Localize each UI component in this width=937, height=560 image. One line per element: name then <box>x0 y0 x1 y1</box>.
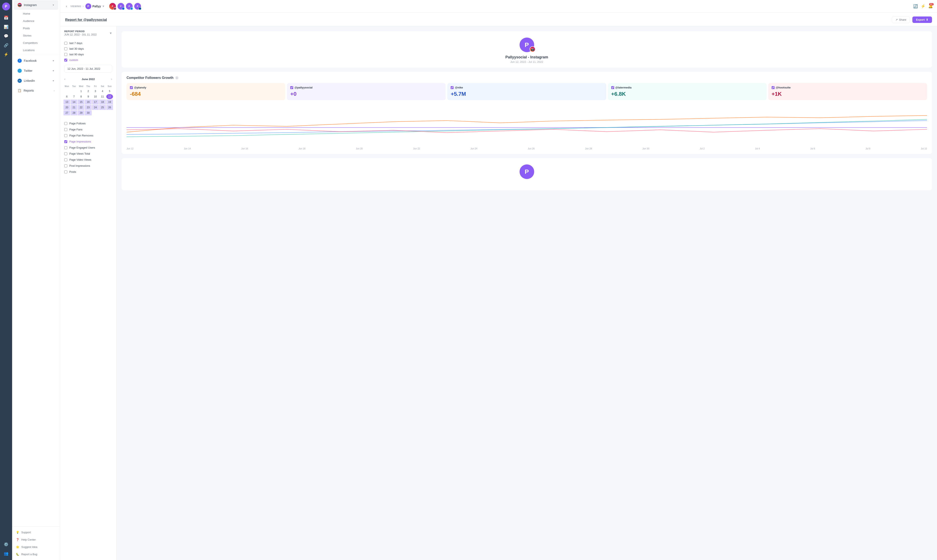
posts-checkbox[interactable] <box>64 171 67 173</box>
checklist-page-views[interactable]: Page Views Total <box>64 151 112 157</box>
flash-button[interactable]: ⚡ <box>921 4 925 9</box>
checklist-posts[interactable]: Posts <box>64 169 112 175</box>
cal-day-23[interactable]: 23 <box>85 105 91 110</box>
filter-last-30-checkbox[interactable] <box>64 48 67 50</box>
page-fans-checkbox[interactable] <box>64 128 67 131</box>
cal-day-5[interactable]: 5 <box>106 89 113 94</box>
linkedin-platform-tab[interactable]: P in <box>134 3 141 10</box>
sidebar-item-twitter[interactable]: 🐦 Twitter ▼ <box>14 66 58 75</box>
latermedia-checkbox[interactable] <box>611 86 614 89</box>
cal-day-22[interactable]: 22 <box>78 105 84 110</box>
post-impressions-checkbox[interactable] <box>64 165 67 167</box>
cal-next-button[interactable]: › <box>110 76 113 82</box>
calendar-nav-icon[interactable]: 📅 <box>2 14 10 22</box>
sidebar-item-audience[interactable]: Audience <box>14 17 58 25</box>
sidebar-item-instagram[interactable]: 📷 Instagram ▼ <box>14 0 58 10</box>
checklist-page-fans[interactable]: Page Fans <box>64 126 112 132</box>
message-nav-icon[interactable]: 💬 <box>2 32 10 40</box>
cal-day-19[interactable]: 19 <box>106 100 113 105</box>
twitter-platform-tab[interactable]: P t <box>125 3 133 10</box>
cal-day-7[interactable]: 7 <box>71 94 77 99</box>
link-nav-icon[interactable]: 🔗 <box>2 41 10 49</box>
page-fan-removes-checkbox[interactable] <box>64 134 67 137</box>
filter-last-7[interactable]: last 7 days <box>64 40 112 46</box>
cal-day-2[interactable]: 2 <box>85 89 91 94</box>
sidebar-help-center[interactable]: ❓ Help Center <box>12 536 60 543</box>
sidebar-item-competitors[interactable]: Competitors <box>14 39 58 46</box>
cal-day-25[interactable]: 25 <box>99 105 106 110</box>
date-range-input[interactable]: 12 Jun, 2022 - 11 Jul, 2022 <box>64 65 112 72</box>
cal-day-10[interactable]: 10 <box>92 94 99 99</box>
cal-day-20[interactable]: 20 <box>63 105 70 110</box>
back-button[interactable]: ‹ <box>64 3 69 9</box>
refresh-button[interactable]: 🔄 <box>913 4 918 9</box>
users-nav-icon[interactable]: 👥 <box>2 549 10 557</box>
filter-custom-checkbox[interactable] <box>64 58 67 62</box>
filter-last-90-checkbox[interactable] <box>64 53 67 56</box>
facebook-platform-tab[interactable]: P f <box>117 3 125 10</box>
cal-prev-button[interactable]: ‹ <box>63 76 66 82</box>
cal-day-27[interactable]: 27 <box>63 110 70 115</box>
filter-last-7-checkbox[interactable] <box>64 42 67 45</box>
checklist-page-impressions[interactable]: Page Impressions <box>64 138 112 145</box>
sidebar-item-locations[interactable]: Locations <box>14 47 58 54</box>
page-video-checkbox[interactable] <box>64 158 67 161</box>
planoly-checkbox[interactable] <box>130 86 133 89</box>
cal-day-30[interactable]: 30 <box>85 110 91 115</box>
cal-day-28[interactable]: 28 <box>71 110 77 115</box>
cal-day-6[interactable]: 6 <box>63 94 70 99</box>
filter-last-30[interactable]: last 30 days <box>64 46 112 52</box>
cal-day-4[interactable]: 4 <box>99 89 106 94</box>
filter-custom[interactable]: custom <box>64 57 112 63</box>
cal-day-24[interactable]: 24 <box>92 105 99 110</box>
page-views-checkbox[interactable] <box>64 152 67 155</box>
cal-day-14[interactable]: 14 <box>71 100 77 105</box>
cal-day-12[interactable]: 12 <box>106 94 113 99</box>
hootsuite-checkbox[interactable] <box>772 86 775 89</box>
checklist-page-follows[interactable]: Page Follows <box>64 120 112 126</box>
cal-day-21[interactable]: 21 <box>71 105 77 110</box>
cal-day-1[interactable]: 1 <box>78 89 84 94</box>
cal-day-29[interactable]: 29 <box>78 110 84 115</box>
bolt-nav-icon[interactable]: ⚡ <box>2 51 10 58</box>
cal-day-17[interactable]: 17 <box>92 100 99 105</box>
cal-day-3[interactable]: 3 <box>92 89 99 94</box>
instagram-platform-tab[interactable]: P 📷 <box>109 3 116 10</box>
nike-checkbox[interactable] <box>451 86 454 89</box>
pallyysocial-checkbox[interactable] <box>290 86 293 89</box>
app-logo[interactable]: P <box>2 3 10 11</box>
filter-last-90[interactable]: last 90 days <box>64 52 112 57</box>
page-engaged-checkbox[interactable] <box>64 146 67 149</box>
filter-period-header[interactable]: REPORT PERIOD JUN 12, 2022 - JUL 11, 202… <box>60 26 116 38</box>
sidebar-support[interactable]: 💡 Support <box>12 529 60 536</box>
cal-day-13[interactable]: 13 <box>63 100 70 105</box>
cal-day-9[interactable]: 9 <box>85 94 91 99</box>
cal-day-26[interactable]: 26 <box>106 105 113 110</box>
sidebar-item-posts[interactable]: Posts <box>14 25 58 32</box>
sidebar-item-linkedin[interactable]: in LinkedIn ▼ <box>14 76 58 86</box>
sidebar-report-bug[interactable]: 🐛 Report a Bug <box>12 551 60 558</box>
gear-nav-icon[interactable]: ⚙️ <box>2 540 10 548</box>
checklist-page-fan-removes[interactable]: Page Fan Removes <box>64 132 112 138</box>
checklist-page-video[interactable]: Page Video Views <box>64 157 112 163</box>
viewing-account[interactable]: P Pallyy ▼ <box>85 3 105 9</box>
sidebar-item-reports[interactable]: 📋 Reports › <box>14 86 58 95</box>
sidebar-suggest-idea[interactable]: 🌟 Suggest Idea <box>12 543 60 551</box>
cal-day-11[interactable]: 11 <box>99 94 106 99</box>
notification-button[interactable]: 🔔 50+ <box>928 4 933 9</box>
sidebar-item-stories[interactable]: Stories <box>14 32 58 39</box>
cal-day-8[interactable]: 8 <box>78 94 84 99</box>
checklist-page-engaged[interactable]: Page Engaged Users <box>64 145 112 151</box>
sidebar-item-facebook[interactable]: f Facebook ▼ <box>14 56 58 66</box>
cal-day-15[interactable]: 15 <box>78 100 84 105</box>
checklist-post-impressions[interactable]: Post Impressions <box>64 163 112 169</box>
chart-nav-icon[interactable]: 📊 <box>2 23 10 31</box>
info-icon[interactable]: i <box>175 76 179 80</box>
share-button[interactable]: ↗ Share <box>892 16 910 23</box>
page-impressions-checkbox[interactable] <box>64 140 67 143</box>
page-follows-checkbox[interactable] <box>64 122 67 125</box>
export-button[interactable]: Export ⬇ <box>912 17 932 23</box>
cal-day-16[interactable]: 16 <box>85 100 91 105</box>
cal-day-18[interactable]: 18 <box>99 100 106 105</box>
sidebar-item-home[interactable]: Home <box>14 10 58 17</box>
